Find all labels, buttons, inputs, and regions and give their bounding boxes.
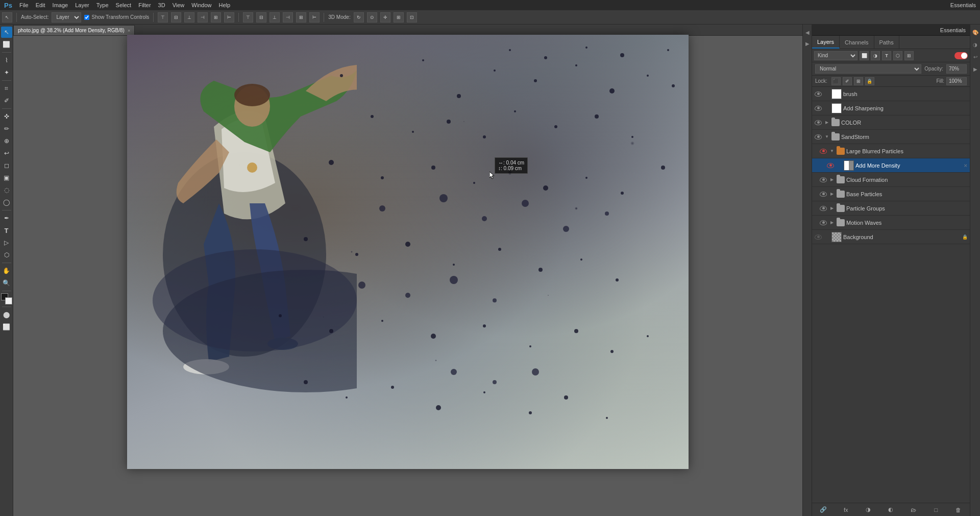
align-right-btn[interactable]: ⊢ bbox=[224, 12, 234, 22]
dodge-tool[interactable]: ◯ bbox=[1, 197, 12, 208]
collapse-icon-2[interactable]: ▶ bbox=[803, 39, 812, 48]
pen-tool[interactable]: ✒ bbox=[1, 213, 12, 224]
layer-new-btn[interactable]: □ bbox=[930, 505, 942, 515]
blur-tool[interactable]: ◌ bbox=[1, 184, 12, 196]
layer-link-btn[interactable]: 🔗 bbox=[818, 505, 829, 515]
3d-rotate-btn[interactable]: ↻ bbox=[354, 12, 364, 22]
menu-file[interactable]: File bbox=[19, 2, 29, 8]
layers-list[interactable]: brush Add Sharpening bbox=[812, 87, 970, 503]
filter-shape-btn[interactable]: ⬡ bbox=[893, 51, 902, 60]
eyedropper-tool[interactable]: ✐ bbox=[1, 95, 12, 106]
crop-tool[interactable]: ⌗ bbox=[1, 83, 12, 94]
layer-row-sandstorm[interactable]: ▼ SandStorm bbox=[812, 130, 970, 144]
screen-mode-btn[interactable]: ⬜ bbox=[1, 321, 12, 333]
filter-adjust-btn[interactable]: ◑ bbox=[871, 51, 880, 60]
layer-row-base-particles[interactable]: ▶ Base Particles bbox=[812, 187, 970, 201]
auto-select-dropdown[interactable]: Layer Group bbox=[52, 12, 81, 22]
layer-row-motion-waves[interactable]: ▶ Motion Waves bbox=[812, 216, 970, 230]
lock-pixels-btn[interactable]: ⬛ bbox=[831, 77, 841, 85]
layer-row-cloud[interactable]: ▶ Cloud Formation bbox=[812, 173, 970, 187]
text-tool[interactable]: T bbox=[1, 225, 12, 236]
layer-filter-dropdown[interactable]: Kind Name Effect Mode Attribute Color Sm… bbox=[814, 51, 857, 60]
clone-tool[interactable]: ⊕ bbox=[1, 135, 12, 147]
eye-base-particles[interactable] bbox=[819, 190, 827, 198]
expand-motion-waves[interactable]: ▶ bbox=[829, 220, 835, 226]
align-top-btn[interactable]: ⊤ bbox=[158, 12, 168, 22]
layer-row-brush[interactable]: brush bbox=[812, 87, 970, 101]
layer-row-particle-groups[interactable]: ▶ Particle Groups bbox=[812, 201, 970, 216]
align-hcenter-btn[interactable]: ⊞ bbox=[211, 12, 221, 22]
panel-actions-icon[interactable]: ▶ bbox=[971, 64, 980, 74]
collapse-icon-1[interactable]: ◀ bbox=[803, 28, 812, 37]
expand-sandstorm[interactable]: ▼ bbox=[824, 134, 830, 140]
shape-tool[interactable]: ⬡ bbox=[1, 249, 12, 261]
hand-tool[interactable]: ✋ bbox=[1, 265, 12, 276]
eye-add-density[interactable] bbox=[826, 161, 835, 170]
panel-color-icon[interactable]: 🎨 bbox=[971, 28, 980, 37]
panel-history-icon[interactable]: ↩ bbox=[971, 52, 980, 61]
eye-large-blurred[interactable] bbox=[819, 147, 827, 155]
menu-edit[interactable]: Edit bbox=[36, 2, 45, 8]
filter-type-btn[interactable]: T bbox=[882, 51, 891, 60]
show-transform-checkbox[interactable]: Show Transform Controls bbox=[84, 14, 149, 20]
menu-image[interactable]: Image bbox=[53, 2, 68, 8]
menu-type[interactable]: Type bbox=[96, 2, 109, 8]
3d-roll-btn[interactable]: ⊙ bbox=[367, 12, 377, 22]
menu-3d[interactable]: 3D bbox=[158, 2, 165, 8]
show-transform-check[interactable] bbox=[84, 15, 89, 20]
distrib-vcenter-btn[interactable]: ⊟ bbox=[256, 12, 266, 22]
expand-color[interactable]: ▶ bbox=[824, 120, 830, 126]
tab-paths[interactable]: Paths bbox=[874, 36, 899, 49]
filter-smart-btn[interactable]: ⊞ bbox=[904, 51, 914, 60]
fill-input[interactable] bbox=[946, 77, 967, 85]
move-tool-options[interactable]: ↖ bbox=[2, 12, 12, 22]
lock-all-btn[interactable]: 🔒 bbox=[865, 77, 874, 85]
path-select-tool[interactable]: ▷ bbox=[1, 237, 12, 248]
eraser-tool[interactable]: ◻ bbox=[1, 160, 12, 171]
ps-logo[interactable]: Ps bbox=[4, 2, 12, 9]
layer-row-sharpening[interactable]: Add Sharpening bbox=[812, 101, 970, 115]
history-tool[interactable]: ↩ bbox=[1, 148, 12, 159]
heal-tool[interactable]: ✜ bbox=[1, 111, 12, 122]
essentials-text[interactable]: Essentials bbox=[940, 27, 966, 33]
gradient-tool[interactable]: ▣ bbox=[1, 172, 12, 183]
menu-window[interactable]: Window bbox=[191, 2, 211, 8]
distrib-top-btn[interactable]: ⊤ bbox=[243, 12, 253, 22]
distrib-right-btn[interactable]: ⊢ bbox=[309, 12, 320, 22]
layer-row-add-more-density[interactable]: Add More Density ⤫ bbox=[812, 158, 970, 173]
quick-mask-btn[interactable]: ⬤ bbox=[1, 309, 12, 320]
eye-background[interactable] bbox=[814, 233, 822, 241]
filter-pixel-btn[interactable]: ⬜ bbox=[860, 51, 869, 60]
align-bottom-btn[interactable]: ⊥ bbox=[184, 12, 194, 22]
foreground-color[interactable] bbox=[1, 293, 12, 304]
panel-adjust-icon[interactable]: ◑ bbox=[971, 40, 980, 49]
layer-delete-btn[interactable]: 🗑 bbox=[953, 505, 964, 515]
filter-toggle[interactable] bbox=[954, 52, 968, 59]
eye-sandstorm[interactable] bbox=[814, 133, 822, 141]
magic-wand-tool[interactable]: ✦ bbox=[1, 67, 12, 78]
brush-tool[interactable]: ✏ bbox=[1, 123, 12, 134]
marquee-tool[interactable]: ⬜ bbox=[1, 39, 12, 50]
lasso-tool[interactable]: ⌇ bbox=[1, 55, 12, 66]
expand-particle-groups[interactable]: ▶ bbox=[829, 205, 835, 212]
3d-pan-btn[interactable]: ✛ bbox=[380, 12, 390, 22]
essentials-label[interactable]: Essentials bbox=[950, 2, 976, 8]
expand-large-blurred[interactable]: ▼ bbox=[829, 148, 835, 154]
eye-cloud[interactable] bbox=[819, 176, 827, 184]
menu-select[interactable]: Select bbox=[116, 2, 132, 8]
layer-row-large-blurred[interactable]: ▼ Large Blurred Particles bbox=[812, 144, 970, 158]
opacity-input[interactable] bbox=[946, 64, 967, 74]
tab-layers[interactable]: Layers bbox=[812, 36, 840, 49]
eye-color[interactable] bbox=[814, 119, 822, 127]
menu-help[interactable]: Help bbox=[218, 2, 230, 8]
layer-adjustment-btn[interactable]: ◐ bbox=[885, 505, 896, 515]
bg-color-swatch[interactable] bbox=[5, 297, 12, 304]
zoom-tool[interactable]: 🔍 bbox=[1, 277, 12, 289]
layer-row-color[interactable]: ▶ COLOR bbox=[812, 115, 970, 130]
expand-cloud[interactable]: ▶ bbox=[829, 177, 835, 183]
expand-base-particles[interactable]: ▶ bbox=[829, 191, 835, 197]
eye-motion-waves[interactable] bbox=[819, 219, 827, 227]
layer-style-btn[interactable]: fx bbox=[840, 505, 851, 515]
layer-mask-btn[interactable]: ◑ bbox=[863, 505, 874, 515]
eye-particle-groups[interactable] bbox=[819, 204, 827, 213]
